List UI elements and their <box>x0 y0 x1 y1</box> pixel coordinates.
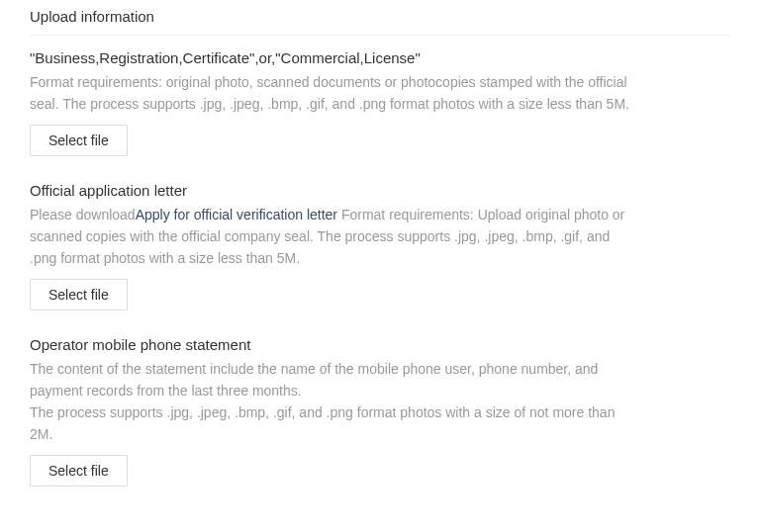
section-title: "Business,Registration,Certificate",or,"… <box>30 49 730 66</box>
select-file-button[interactable]: Select file <box>30 125 128 156</box>
upload-section-business-cert: "Business,Registration,Certificate",or,"… <box>30 49 730 156</box>
section-title: Official application letter <box>30 182 730 199</box>
section-description: Please downloadApply for official verifi… <box>30 205 633 269</box>
select-file-button[interactable]: Select file <box>30 279 128 310</box>
desc-prefix: Please download <box>30 207 136 222</box>
desc-line1: The content of the statement include the… <box>30 361 598 399</box>
section-description: Format requirements: original photo, sca… <box>30 72 633 115</box>
page-title: Upload information <box>30 8 730 36</box>
upload-section-application-letter: Official application letter Please downl… <box>30 182 730 310</box>
section-description: The content of the statement include the… <box>30 359 633 445</box>
download-template-link[interactable]: Apply for official verification letter <box>136 207 337 222</box>
section-title: Operator mobile phone statement <box>30 336 730 353</box>
upload-section-phone-statement: Operator mobile phone statement The cont… <box>30 336 730 487</box>
desc-line2: The process supports .jpg, .jpeg, .bmp, … <box>30 404 615 442</box>
select-file-button[interactable]: Select file <box>30 455 128 487</box>
